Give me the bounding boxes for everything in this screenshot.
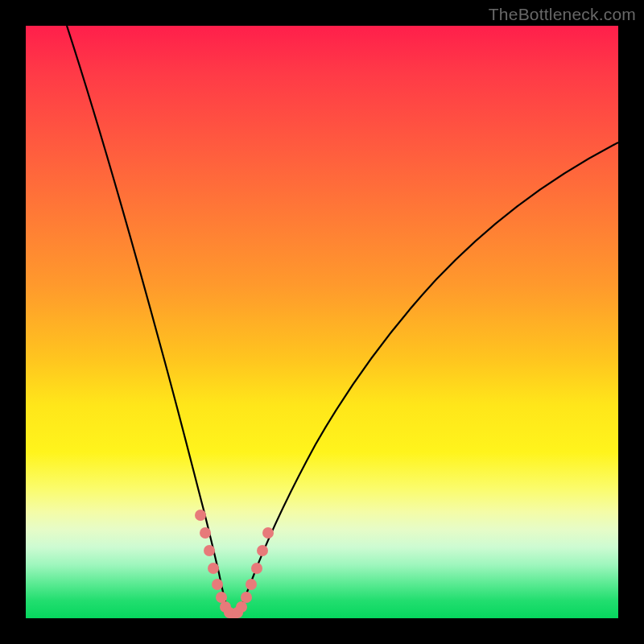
svg-point-5 <box>216 592 227 603</box>
svg-point-2 <box>204 545 215 556</box>
svg-point-12 <box>246 579 257 590</box>
plot-area <box>26 26 618 618</box>
main-curve <box>67 26 618 617</box>
svg-point-1 <box>200 527 211 539</box>
curve-layer <box>26 26 618 618</box>
svg-point-3 <box>208 563 219 574</box>
svg-point-4 <box>212 579 223 590</box>
svg-point-13 <box>251 563 262 574</box>
chart-frame: TheBottleneck.com <box>0 0 644 644</box>
svg-point-0 <box>195 510 206 521</box>
svg-point-10 <box>236 601 247 613</box>
svg-point-15 <box>262 527 274 539</box>
svg-point-11 <box>241 592 252 603</box>
svg-point-14 <box>257 545 268 556</box>
watermark-text: TheBottleneck.com <box>489 5 636 24</box>
dotted-highlight <box>195 510 274 618</box>
